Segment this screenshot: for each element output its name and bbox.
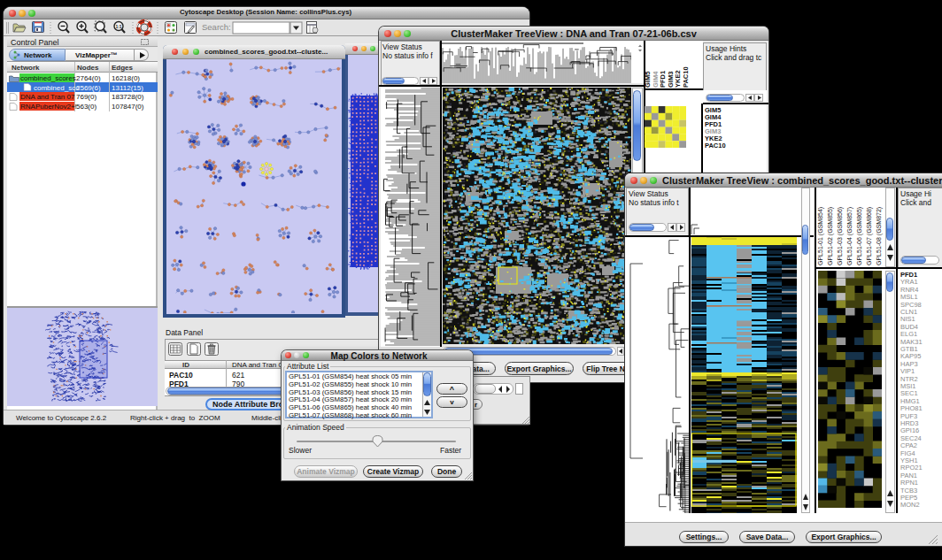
svg-text:GPL51-03 (GSM856): GPL51-03 (GSM856): [837, 207, 844, 265]
svg-text:GPL51-02 (GSM855): GPL51-02 (GSM855): [827, 207, 834, 265]
svg-text:GPL51-06 (GSM865): GPL51-06 (GSM865): [856, 207, 863, 265]
svg-text:PAC10: PAC10: [682, 66, 690, 88]
svg-text:GPL51-08 (GSM872): GPL51-08 (GSM872): [876, 207, 883, 265]
svg-text:GPL51-07 (GSM868): GPL51-07 (GSM868): [866, 207, 873, 265]
svg-text:MON2: MON2: [900, 501, 920, 509]
svg-text:GPL51-01 (GSM854): GPL51-01 (GSM854): [817, 207, 824, 265]
svg-text:GPL51-04 (GSM857): GPL51-04 (GSM857): [846, 207, 853, 265]
